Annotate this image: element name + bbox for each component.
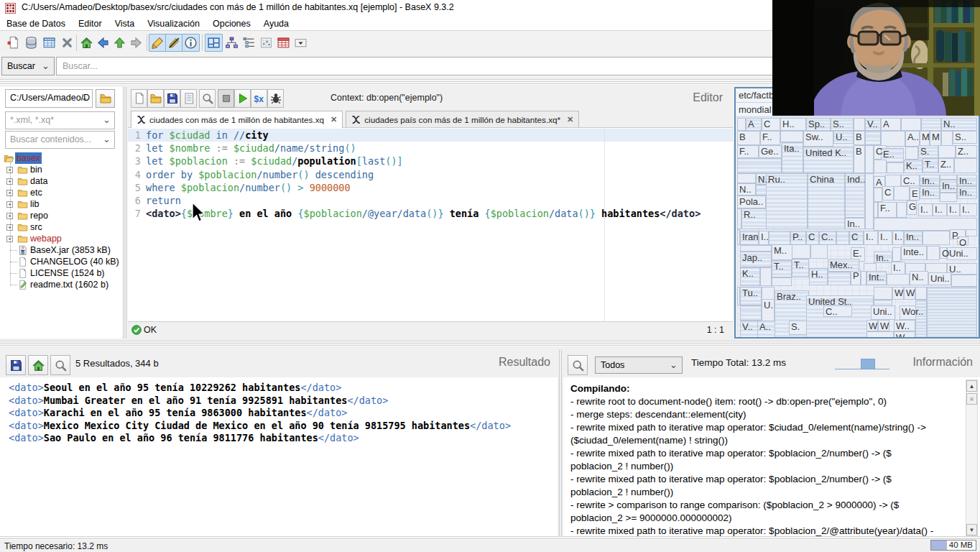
- map-cell[interactable]: [861, 271, 866, 285]
- map-cell-z[interactable]: Z..: [956, 145, 977, 158]
- map-cell-in[interactable]: In..: [920, 175, 940, 186]
- map-view-panel[interactable]: etc/factbook mondial ACH..Sp..S..V..AN..…: [734, 87, 980, 339]
- explorer-filter-select[interactable]: *.xml, *.xq*⌄: [5, 111, 115, 129]
- database-properties-button[interactable]: [40, 34, 58, 52]
- map-cell-c[interactable]: C..: [823, 305, 852, 317]
- map-cell[interactable]: [915, 287, 927, 300]
- map-cell-n[interactable]: N..: [737, 183, 756, 196]
- home-button[interactable]: [28, 355, 48, 375]
- map-cell[interactable]: [887, 162, 904, 173]
- scroll-down-button[interactable]: ▼: [966, 524, 977, 535]
- tree-item-etc[interactable]: +etc: [0, 187, 122, 198]
- stop-button[interactable]: [218, 89, 234, 108]
- map-cell-ge[interactable]: Ge..: [759, 145, 782, 158]
- map-cell[interactable]: [854, 118, 865, 131]
- map-cell-in[interactable]: In..: [920, 186, 940, 199]
- find-button[interactable]: [199, 89, 216, 108]
- map-cell[interactable]: [874, 160, 887, 173]
- code-editor[interactable]: 1for $ciudad in //city2let $nombre := $c…: [128, 128, 733, 321]
- map-cell-iran[interactable]: Iran: [740, 231, 759, 245]
- back-button[interactable]: [94, 34, 112, 52]
- open-database-button[interactable]: [22, 34, 40, 52]
- search-mode-select[interactable]: Buscar⌄: [1, 57, 55, 75]
- map-cell-china[interactable]: China: [808, 173, 845, 229]
- tree-item-basex.jar[interactable]: BaseX.jar (3853 kB): [0, 244, 122, 256]
- map-cell-v[interactable]: V..: [740, 321, 759, 339]
- map-cell-i[interactable]: I..: [759, 231, 769, 245]
- packages-button[interactable]: [267, 89, 284, 108]
- map-cell[interactable]: [865, 131, 881, 145]
- map-cell[interactable]: [737, 118, 746, 131]
- tree-item-readme.txt[interactable]: readme.txt (1602 b): [0, 279, 122, 290]
- menu-base-de-datos[interactable]: Base de Datos: [0, 16, 72, 30]
- map-cell-z[interactable]: Z..: [938, 158, 954, 173]
- map-cell-s[interactable]: S..: [831, 118, 854, 131]
- map-cell-p[interactable]: P..: [790, 231, 806, 245]
- editor-tab-1[interactable]: ciudades con más de 1 millón de habitant…: [131, 111, 343, 128]
- view-more-button[interactable]: [292, 34, 310, 52]
- run-button[interactable]: [234, 89, 251, 108]
- map-cell-in[interactable]: In..: [957, 175, 977, 186]
- map-cell-c[interactable]: C: [882, 186, 894, 201]
- tree-item-basex[interactable]: basex: [0, 152, 122, 164]
- map-cell-h[interactable]: H..: [809, 268, 828, 285]
- map-cell[interactable]: [881, 131, 905, 147]
- map-cell-f[interactable]: F..: [737, 145, 759, 158]
- map-cell-uni[interactable]: Uni..: [928, 272, 951, 285]
- up-button[interactable]: [111, 34, 129, 52]
- view-map-button[interactable]: [205, 34, 223, 52]
- map-cell[interactable]: [954, 158, 977, 173]
- info-progress-widget[interactable]: [835, 359, 889, 370]
- map-cell-u[interactable]: U.: [762, 299, 775, 322]
- map-cell-in[interactable]: In..: [957, 186, 977, 199]
- map-cell[interactable]: [769, 231, 790, 245]
- map-cell-s[interactable]: S..: [953, 131, 977, 144]
- map-cell-g[interactable]: G: [907, 201, 917, 215]
- open-file-button[interactable]: [147, 89, 164, 108]
- tree-item-bin[interactable]: +bin: [0, 164, 122, 175]
- forward-button[interactable]: [127, 34, 145, 52]
- map-cell[interactable]: [927, 246, 940, 260]
- map-cell-t[interactable]: T..: [792, 259, 809, 277]
- map-cell[interactable]: [887, 274, 910, 285]
- map-cell-n[interactable]: N..: [910, 271, 928, 285]
- map-cell-i[interactable]: I..: [960, 203, 977, 216]
- map-cell-w[interactable]: W: [904, 287, 915, 300]
- map-cell[interactable]: [740, 305, 762, 321]
- map-cell-t[interactable]: T..: [923, 158, 938, 173]
- map-cell-in[interactable]: In..: [940, 180, 957, 193]
- map-cell[interactable]: [740, 245, 772, 252]
- menu-visualización[interactable]: Visualización: [141, 16, 206, 30]
- map-cell-k[interactable]: K..: [904, 160, 923, 173]
- map-cell[interactable]: [940, 193, 957, 202]
- map-cell-a[interactable]: A: [746, 118, 762, 131]
- external-vars-button[interactable]: $x: [251, 89, 267, 108]
- explorer-contents-search[interactable]: Buscar contenidos...⌄: [5, 131, 115, 149]
- map-cell[interactable]: [866, 331, 894, 339]
- editor-tab-2[interactable]: ciudades país con más de 1 millón de hab…: [346, 111, 579, 127]
- view-plot-button[interactable]: [257, 34, 275, 52]
- map-cell-uni[interactable]: Uni..: [871, 305, 895, 320]
- map-cell-w[interactable]: W: [878, 320, 889, 331]
- view-folder-button[interactable]: [240, 34, 258, 52]
- vertical-splitter-bottom[interactable]: [558, 350, 563, 536]
- tree-item-webapp[interactable]: +webapp: [0, 233, 122, 244]
- view-table-button[interactable]: [274, 34, 292, 52]
- map-cell[interactable]: [810, 244, 828, 259]
- map-cell-t[interactable]: T..: [772, 260, 792, 277]
- map-cell[interactable]: [760, 267, 772, 286]
- info-find-button[interactable]: [568, 355, 588, 375]
- scroll-thumb[interactable]: ≡: [966, 393, 977, 405]
- map-cell-b[interactable]: B: [854, 145, 865, 173]
- map-cell-b[interactable]: B: [854, 131, 865, 145]
- map-cell[interactable]: [772, 277, 792, 286]
- map-cell[interactable]: [921, 118, 941, 131]
- menu-opciones[interactable]: Opciones: [206, 16, 257, 30]
- read-only-pencil-button[interactable]: [165, 34, 183, 52]
- map-cell-e[interactable]: E: [910, 188, 920, 201]
- map-cell-c[interactable]: C: [806, 231, 819, 245]
- map-cell-sp[interactable]: Sp..: [806, 118, 831, 131]
- home-button[interactable]: [78, 34, 96, 52]
- view-tree-button[interactable]: [223, 34, 241, 52]
- map-cell-ru[interactable]: Ru..: [766, 173, 808, 229]
